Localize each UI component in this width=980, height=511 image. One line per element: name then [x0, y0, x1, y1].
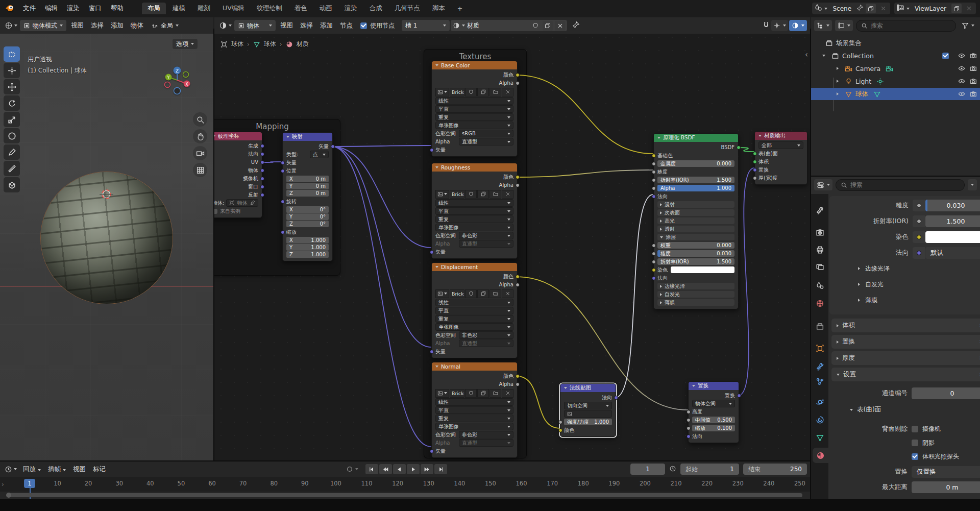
dropdown-平直[interactable]: 平直: [435, 307, 513, 314]
workspace-tab-布局[interactable]: 布局: [142, 3, 166, 14]
checkbox-体积光照探头[interactable]: [912, 453, 918, 460]
node-link[interactable]: [332, 147, 431, 248]
dropdown-线性[interactable]: 线性: [435, 97, 513, 105]
workspace-tab-渲染[interactable]: 渲染: [339, 3, 363, 14]
vector-component-Y[interactable]: Y0°: [286, 213, 329, 220]
node-header[interactable]: 材质输出: [755, 132, 807, 140]
scene-selector[interactable]: Scene: [812, 3, 890, 14]
workspace-tab-雕刻[interactable]: 雕刻: [192, 3, 216, 14]
tool-move[interactable]: [4, 79, 20, 94]
node-displace[interactable]: 置换置换物体空间高度中间值0.500缩放0.100法向: [688, 381, 739, 443]
slider-field[interactable]: 0.030: [925, 200, 980, 211]
dropdown-非色彩[interactable]: 非色彩: [459, 431, 513, 439]
expand-arrow[interactable]: [822, 55, 825, 57]
socket-gr[interactable]: [516, 283, 520, 287]
copy-button[interactable]: [477, 389, 489, 398]
socket-button[interactable]: [913, 247, 925, 259]
dropdown-重复[interactable]: 重复: [435, 113, 513, 121]
color-swatch[interactable]: [925, 231, 980, 243]
slot-dropdown[interactable]: 槽 1: [402, 20, 450, 31]
copy-button[interactable]: [477, 289, 489, 298]
properties-tab-scene[interactable]: [811, 278, 828, 293]
node-link[interactable]: [738, 168, 754, 396]
image-name[interactable]: Bricks076C_4K_...: [450, 190, 464, 199]
shield-button[interactable]: [465, 289, 477, 298]
panel-厚度[interactable]: 厚度∷∷: [831, 351, 980, 365]
next-keyframe-button[interactable]: [421, 464, 433, 474]
socket-v[interactable]: [281, 169, 285, 173]
outliner-row-场景集合[interactable]: 场景集合: [811, 37, 980, 49]
dropdown-单张图像[interactable]: 单张图像: [435, 423, 513, 430]
snapping-dropdown[interactable]: [771, 20, 788, 31]
socket-y[interactable]: [516, 175, 520, 179]
image-icon-button[interactable]: [435, 88, 449, 96]
socket-v[interactable]: [614, 396, 618, 400]
close-button[interactable]: [502, 190, 513, 199]
node-link[interactable]: [517, 376, 560, 428]
workspace-tab-建模[interactable]: 建模: [167, 3, 191, 14]
socket-v[interactable]: [260, 185, 264, 189]
socket-button[interactable]: [913, 200, 925, 211]
node-nmap[interactable]: 法线贴图法向切向空间强度/力度1.000颜色: [560, 383, 616, 437]
dropdown-物体空间[interactable]: 物体空间: [692, 400, 735, 407]
sidebar-toggle-arrow[interactable]: ‹: [805, 50, 808, 59]
workspace-tab-合成[interactable]: 合成: [364, 3, 388, 14]
socket-v[interactable]: [260, 160, 264, 164]
vector-component-Y[interactable]: Y0 m: [286, 183, 329, 189]
socket-v[interactable]: [260, 177, 264, 181]
workspace-tab-脚本[interactable]: 脚本: [427, 3, 451, 14]
node-link[interactable]: [517, 170, 653, 177]
options-button[interactable]: 选项: [173, 39, 198, 49]
workspace-tab-纹理绘制[interactable]: 纹理绘制: [251, 3, 288, 14]
image-icon-button[interactable]: [435, 389, 449, 398]
use-nodes-toggle[interactable]: 使用节点: [360, 21, 395, 30]
nav-hand[interactable]: [193, 129, 207, 143]
vector-component-Z[interactable]: Z0°: [286, 221, 329, 227]
dropdown-平直[interactable]: 平直: [435, 105, 513, 113]
overlays-toggle[interactable]: [789, 20, 807, 31]
visibility-eye[interactable]: [956, 63, 967, 74]
delete-scene-button[interactable]: [878, 4, 888, 13]
socket-v[interactable]: [260, 193, 264, 197]
socket-gr[interactable]: [558, 420, 562, 424]
panel-置换[interactable]: 置换∷∷: [831, 335, 980, 349]
outliner-row-Light[interactable]: Light: [811, 75, 980, 87]
dropdown-直通型[interactable]: 直通型: [459, 439, 513, 447]
socket-y[interactable]: [516, 374, 520, 378]
tool-cursor[interactable]: [4, 63, 20, 78]
topbar-menu-文件[interactable]: 文件: [18, 4, 40, 13]
shield-button[interactable]: [465, 88, 477, 96]
node-link[interactable]: [332, 145, 431, 147]
tool-transform[interactable]: [4, 128, 20, 143]
socket-gr[interactable]: [652, 252, 656, 256]
dropdown-直通型[interactable]: 直通型: [459, 138, 513, 145]
image-icon-button[interactable]: [435, 289, 449, 298]
dropdown-非色彩[interactable]: 非色彩: [459, 331, 513, 339]
node-panel-透射[interactable]: 透射: [657, 226, 734, 232]
vector-component-Z[interactable]: Z0 m: [286, 190, 329, 197]
frame-start-field[interactable]: 起始1: [680, 464, 739, 475]
expand-arrow[interactable]: [837, 80, 839, 83]
dropdown-线性[interactable]: 线性: [435, 299, 513, 306]
panel-settings[interactable]: 设置∷∷: [831, 368, 980, 381]
dropdown-重复[interactable]: 重复: [435, 415, 513, 422]
dropdown-sRGB[interactable]: sRGB: [459, 130, 513, 137]
socket-gr[interactable]: [753, 176, 757, 180]
dropdown-直通型[interactable]: 直通型: [459, 240, 513, 248]
socket-button[interactable]: [913, 215, 925, 227]
visibility-eye[interactable]: [956, 88, 967, 100]
node-header[interactable]: 置换: [689, 382, 739, 390]
dropdown-全部[interactable]: 全部: [758, 141, 803, 149]
value-slider[interactable]: Alpha1.000: [657, 185, 734, 191]
expand-arrow[interactable]: [837, 67, 839, 70]
node-header[interactable]: Base Color: [432, 61, 517, 69]
socket-v[interactable]: [652, 276, 656, 280]
dropdown-点[interactable]: 点: [310, 151, 329, 158]
socket-v[interactable]: [260, 168, 264, 173]
vector-component-X[interactable]: X0°: [286, 206, 329, 213]
slider-field[interactable]: 1.500: [925, 215, 980, 227]
blender-logo-icon[interactable]: [5, 3, 14, 14]
socket-y[interactable]: [652, 154, 656, 158]
snap-magnet-icon[interactable]: [762, 21, 770, 31]
panel-体积[interactable]: 体积∷∷: [831, 319, 980, 332]
